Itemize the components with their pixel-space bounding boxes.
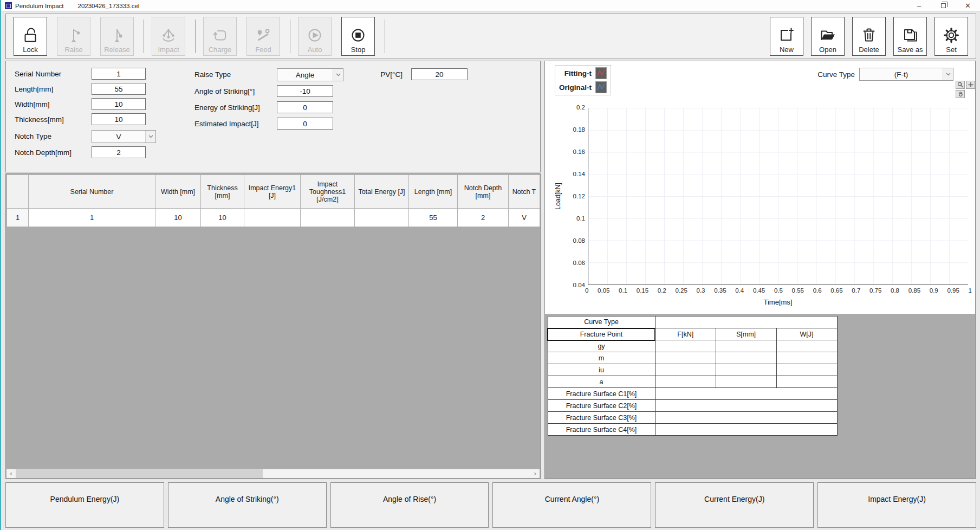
legend-original-label[interactable]: Original-t bbox=[559, 83, 592, 92]
estimated-impact-field[interactable] bbox=[277, 118, 333, 130]
xtick-label: 0.75 bbox=[869, 287, 881, 294]
angle-of-striking-label: Angle of Striking[°] bbox=[194, 87, 255, 95]
ytick-label: 0.08 bbox=[573, 237, 585, 244]
pendulum-raise-icon bbox=[64, 25, 83, 45]
curve-type-row: Curve Type bbox=[548, 316, 837, 328]
pendulum-impact-app: { "window": { "app_title": "Pendulum Imp… bbox=[0, 0, 980, 530]
impact-button[interactable]: Impact bbox=[152, 17, 185, 56]
restore-button[interactable] bbox=[931, 0, 956, 11]
notch-type-dropdown[interactable]: V bbox=[92, 130, 156, 143]
ytick-label: 0.2 bbox=[576, 104, 585, 111]
thickness-label: Thickness[mm] bbox=[15, 115, 64, 124]
estimated-impact-label: Estimated Impact[J] bbox=[194, 120, 259, 128]
pendulum-release-icon bbox=[108, 25, 126, 45]
gy-s-value bbox=[716, 340, 776, 352]
stop-button[interactable]: Stop bbox=[341, 17, 375, 56]
set-button[interactable]: Set bbox=[934, 17, 968, 56]
zoom-icon bbox=[957, 82, 964, 88]
cell-notch-depth[interactable]: 2 bbox=[458, 209, 509, 227]
x-axis-title: Time[ms] bbox=[588, 298, 968, 306]
stop-label: Stop bbox=[351, 46, 366, 54]
xtick-label: 0.85 bbox=[908, 287, 920, 294]
thickness-field[interactable] bbox=[92, 113, 146, 125]
scroll-right-arrow-icon[interactable]: › bbox=[530, 469, 540, 478]
charge-button[interactable]: Charge bbox=[203, 17, 237, 56]
raise-type-label: Raise Type bbox=[194, 70, 231, 79]
ytick-label: 0.04 bbox=[573, 282, 585, 288]
release-button[interactable]: Release bbox=[100, 17, 134, 56]
fracture-point-label: Fracture Point bbox=[548, 328, 655, 340]
minimize-button[interactable]: – bbox=[907, 0, 931, 11]
current-angle-panel: Current Angle(°) bbox=[492, 482, 651, 528]
pan-tool-button[interactable] bbox=[956, 90, 965, 98]
result-curve-type-label: Curve Type bbox=[548, 316, 655, 328]
row-number-cell[interactable]: 1 bbox=[7, 209, 29, 227]
cell-total-energy[interactable] bbox=[355, 209, 409, 227]
chevron-down-icon[interactable] bbox=[145, 131, 155, 143]
cell-serial-number[interactable]: 1 bbox=[29, 209, 155, 227]
chevron-down-icon[interactable] bbox=[333, 69, 343, 81]
fracture-surface-c1-label: Fracture Surface C1[%] bbox=[548, 388, 655, 400]
close-button[interactable]: ✕ bbox=[956, 0, 980, 11]
release-label: Release bbox=[104, 46, 130, 54]
xtick-label: 0.9 bbox=[930, 287, 938, 294]
cell-notch-type[interactable]: V bbox=[509, 209, 540, 227]
ytick-label: 0.16 bbox=[573, 148, 585, 155]
fracture-surface-c4-label: Fracture Surface C4[%] bbox=[548, 424, 655, 436]
pv-field[interactable] bbox=[411, 68, 468, 80]
col-header-length: Length [mm] bbox=[409, 175, 458, 209]
legend-fitting-swatch[interactable] bbox=[595, 67, 607, 79]
save-as-button[interactable]: Save as bbox=[893, 17, 927, 56]
auto-button[interactable]: Auto bbox=[298, 17, 332, 56]
pendulum-energy-panel: Pendulum Energy(J) bbox=[5, 482, 164, 528]
cell-length[interactable]: 55 bbox=[409, 209, 458, 227]
specimen-table: Serial Number Width [mm] Thickness [mm] … bbox=[7, 174, 540, 227]
energy-of-striking-field[interactable] bbox=[277, 101, 333, 113]
xtick-label: 0.8 bbox=[891, 287, 899, 294]
specimen-table-row: 1 1 10 10 55 2 V bbox=[7, 209, 540, 227]
a-w-value bbox=[776, 376, 837, 388]
cursor-tool-button[interactable] bbox=[966, 81, 975, 89]
xtick-label: 0.4 bbox=[735, 287, 744, 294]
auto-play-icon bbox=[306, 25, 324, 45]
open-folder-icon bbox=[819, 25, 837, 45]
notch-depth-field[interactable] bbox=[92, 146, 146, 158]
xtick-label: 1 bbox=[968, 287, 971, 294]
cell-thickness[interactable]: 10 bbox=[201, 209, 244, 227]
legend-fitting-label[interactable]: Fitting-t bbox=[559, 69, 592, 77]
angle-of-rise-panel: Angle of Rise(°) bbox=[330, 482, 489, 528]
raise-type-dropdown[interactable]: Angle bbox=[277, 68, 343, 81]
legend-original-swatch[interactable] bbox=[595, 81, 607, 93]
raise-type-value: Angle bbox=[277, 69, 333, 81]
save-as-icon bbox=[901, 25, 919, 45]
delete-button[interactable]: Delete bbox=[852, 17, 886, 56]
raise-button[interactable]: Raise bbox=[57, 17, 90, 56]
gear-icon bbox=[942, 25, 960, 45]
xtick-label: 0.05 bbox=[598, 287, 609, 294]
curve-type-dropdown[interactable]: (F-t) bbox=[859, 68, 953, 81]
cell-width[interactable]: 10 bbox=[155, 209, 201, 227]
zoom-tool-button[interactable] bbox=[956, 81, 965, 89]
auto-label: Auto bbox=[308, 46, 322, 54]
length-field[interactable] bbox=[92, 83, 146, 95]
xtick-label: 0.5 bbox=[774, 287, 783, 294]
scrollbar-track[interactable] bbox=[16, 469, 530, 478]
feed-button[interactable]: Feed bbox=[246, 17, 280, 56]
width-field[interactable] bbox=[92, 98, 146, 110]
open-button[interactable]: Open bbox=[811, 17, 845, 56]
chevron-down-icon[interactable] bbox=[943, 68, 953, 80]
app-title: Pendulum Impact bbox=[15, 3, 64, 9]
scrollbar-thumb[interactable] bbox=[16, 469, 263, 478]
lock-open-icon bbox=[21, 25, 40, 45]
angle-of-striking-field[interactable] bbox=[277, 85, 333, 97]
cell-impact-energy1[interactable] bbox=[244, 209, 301, 227]
scroll-left-arrow-icon[interactable]: ‹ bbox=[7, 469, 16, 478]
lock-button[interactable]: Lock bbox=[14, 17, 47, 56]
fracture-result-table: Curve Type Fracture Point F[kN] S[mm] W[… bbox=[547, 316, 838, 436]
ytick-label: 0.06 bbox=[573, 260, 585, 266]
horizontal-scrollbar[interactable]: ‹ › bbox=[7, 469, 540, 478]
xtick-label: 0.2 bbox=[658, 287, 666, 294]
serial-number-field[interactable] bbox=[92, 68, 146, 80]
new-button[interactable]: New bbox=[770, 17, 803, 56]
cell-impact-toughness1[interactable] bbox=[301, 209, 355, 227]
